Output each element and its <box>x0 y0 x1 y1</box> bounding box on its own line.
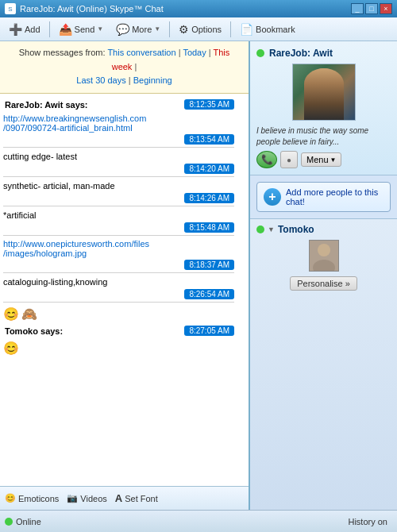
divider-4 <box>3 235 234 236</box>
messages-area[interactable]: RareJob: Awit says: 8:12:35 AM http://ww… <box>0 94 249 486</box>
window-title: RareJob: Awit (Online) Skype™ Chat <box>20 4 347 13</box>
time-badge-1837: 8:18:37 AM <box>184 260 234 270</box>
personalise-button[interactable]: Personalise » <box>290 276 357 291</box>
toolbar: ➕ Add 📤 Send ▼ 💬 More ▼ ⚙ Options 📄 Book… <box>0 17 397 41</box>
more-button[interactable]: 💬 More ▼ <box>110 20 166 39</box>
set-font-button[interactable]: A Set Font <box>115 492 158 504</box>
more-label: More <box>132 25 152 34</box>
emoticon-row-2: 😊 <box>3 339 245 357</box>
chat-panel: Show messages from: This conversation | … <box>0 41 250 510</box>
video-call-button[interactable]: ● <box>280 151 298 168</box>
time-badge-2705: 8:27:05 AM <box>184 326 234 336</box>
close-button[interactable]: × <box>380 3 392 14</box>
contact-online-dot <box>256 49 264 57</box>
filter-label: Show messages from: <box>19 48 106 57</box>
send-dropdown-arrow: ▼ <box>97 25 103 33</box>
time-1420: 8:14:20 AM <box>3 163 234 174</box>
contact-header: RareJob: Awit <box>256 48 391 59</box>
status-online-dot <box>5 518 13 526</box>
tomoko-sender-name: Tomoko says: <box>5 325 63 337</box>
options-button[interactable]: ⚙ Options <box>173 20 227 39</box>
contact-photo <box>292 64 356 121</box>
filter-beginning[interactable]: Beginning <box>133 75 172 85</box>
bookmark-button[interactable]: 📄 Bookmark <box>234 20 301 39</box>
filter-this-conversation[interactable]: This conversation <box>107 48 175 57</box>
tomoko-name: Tomoko <box>278 224 314 235</box>
tomoko-avatar-image <box>310 241 338 271</box>
message-link-brain[interactable]: http://www.breakingnewsenglish.com/0907/… <box>3 113 245 133</box>
videos-button[interactable]: 📷 Videos <box>67 493 106 503</box>
add-icon: ➕ <box>9 23 22 36</box>
divider-1 <box>3 147 234 148</box>
main-container: Show messages from: This conversation | … <box>0 41 397 510</box>
add-people-label: Add more people to this chat! <box>286 187 384 206</box>
tomoko-avatar <box>309 240 339 272</box>
bookmark-label: Bookmark <box>256 25 295 34</box>
emoticons-label: Emoticons <box>18 494 59 503</box>
more-dropdown-arrow: ▼ <box>154 25 160 33</box>
message-header-rarejob: RareJob: Awit says: 8:12:35 AM <box>3 97 245 113</box>
more-icon: 💬 <box>116 23 129 36</box>
message-artificial: *artificial <box>3 209 245 222</box>
time-1548: 8:15:48 AM <box>3 222 234 233</box>
emoticon-smile-2: 😊 <box>3 341 19 356</box>
time-badge-1354: 8:13:54 AM <box>184 134 234 145</box>
divider-3 <box>3 206 234 206</box>
emoticons-button[interactable]: 😊 Emoticons <box>5 493 59 503</box>
emoticon-monkey: 🙈 <box>21 306 37 322</box>
emoticons-icon: 😊 <box>5 493 16 503</box>
videos-icon: 📷 <box>67 493 78 503</box>
send-label: Send <box>75 25 95 34</box>
call-button[interactable]: 📞 <box>256 151 277 168</box>
message-link-hologram[interactable]: http://www.onepicturesworth.com/files/im… <box>3 238 245 259</box>
contact-actions: 📞 ● Menu ▼ <box>256 151 391 168</box>
filter-today[interactable]: Today <box>183 48 206 57</box>
app-icon: S <box>5 3 16 14</box>
bottom-toolbar: 😊 Emoticons 📷 Videos A Set Font <box>0 486 249 510</box>
divider-6 <box>3 302 234 303</box>
contact-bio: I believe in music the way some people b… <box>256 125 391 148</box>
filter-bar: Show messages from: This conversation | … <box>0 41 249 94</box>
message-synthetic: synthetic- articial, man-made <box>3 179 245 192</box>
time-badge-1426: 8:14:26 AM <box>184 193 234 203</box>
time-2654: 8:26:54 AM <box>3 288 234 299</box>
add-button[interactable]: ➕ Add <box>3 20 46 39</box>
divider-2 <box>3 176 234 177</box>
send-icon: 📤 <box>59 23 72 36</box>
message-cataloguing: cataloguing-listing,knowing <box>3 276 245 288</box>
photo-body <box>304 68 344 120</box>
set-font-label: Set Font <box>125 494 158 503</box>
status-text: Online <box>16 517 345 526</box>
add-people-icon: + <box>264 188 281 206</box>
window-controls: _ □ × <box>351 3 392 14</box>
time-1837: 8:18:37 AM <box>3 259 234 270</box>
tomoko-status-dot <box>256 226 264 233</box>
time-1354: 8:13:54 AM <box>3 133 234 145</box>
separator-2 <box>169 21 170 37</box>
time-1426: 8:14:26 AM <box>3 192 234 203</box>
options-icon: ⚙ <box>179 23 189 36</box>
svg-point-1 <box>318 244 330 256</box>
contact-menu-button[interactable]: Menu ▼ <box>301 152 341 167</box>
message-header-tomoko: Tomoko says: 8:27:05 AM <box>3 323 245 339</box>
maximize-button[interactable]: □ <box>365 3 378 14</box>
contact-name: RareJob: Awit <box>269 48 333 59</box>
emoticon-row-1: 😊 🙈 <box>3 305 245 323</box>
tomoko-header: ▼ Tomoko <box>256 224 391 235</box>
titlebar: S RareJob: Awit (Online) Skype™ Chat _ □… <box>0 0 397 17</box>
add-label: Add <box>25 25 40 34</box>
send-button[interactable]: 📤 Send ▼ <box>53 20 110 39</box>
videos-label: Videos <box>80 494 106 503</box>
time-badge-1420: 8:14:20 AM <box>184 164 234 174</box>
font-icon: A <box>115 492 122 504</box>
separator-1 <box>49 21 50 37</box>
statusbar: Online History on <box>0 510 397 532</box>
emoticon-smile: 😊 <box>3 306 19 322</box>
minimize-button[interactable]: _ <box>351 3 364 14</box>
add-people-button[interactable]: + Add more people to this chat! <box>256 182 391 212</box>
contact-card: RareJob: Awit I believe in music the way… <box>250 41 397 175</box>
separator-3 <box>230 21 231 37</box>
filter-last-30[interactable]: Last 30 days <box>76 75 125 85</box>
divider-5 <box>3 272 234 273</box>
time-badge-2654: 8:26:54 AM <box>184 289 234 299</box>
